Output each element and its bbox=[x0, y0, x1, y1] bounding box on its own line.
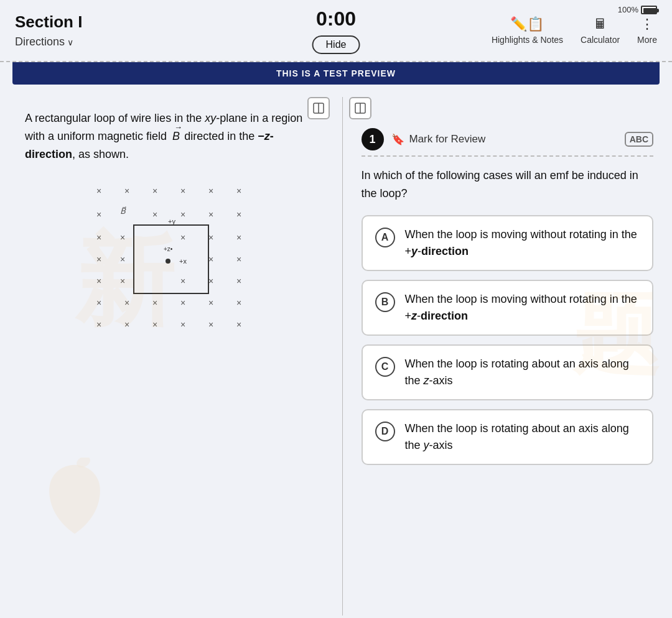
battery-fill bbox=[643, 8, 657, 13]
svg-text:×: × bbox=[208, 254, 213, 264]
svg-text:×: × bbox=[120, 254, 125, 264]
svg-text:×: × bbox=[236, 298, 241, 308]
svg-text:×: × bbox=[124, 320, 129, 330]
svg-text:×: × bbox=[180, 298, 185, 308]
calculator-label: Calculator bbox=[581, 35, 620, 45]
more-button[interactable]: ⋮ More bbox=[637, 16, 657, 45]
svg-text:×: × bbox=[236, 320, 241, 330]
passage-part1: A rectangular loop of wire lies in the x… bbox=[25, 112, 302, 160]
choice-text-a: When the loop is moving without rotating… bbox=[405, 226, 640, 260]
more-label: More bbox=[637, 35, 657, 45]
magnetic-field-diagram: × × × × × × × B⃗ × × × × × × +y bbox=[78, 175, 264, 349]
choice-letter-d: D bbox=[375, 422, 395, 441]
question-text: In which of the following cases will an … bbox=[362, 167, 654, 203]
answer-choice-a[interactable]: A When the loop is moving without rotati… bbox=[362, 215, 654, 271]
svg-point-23 bbox=[166, 259, 170, 264]
timer-display: 0:00 bbox=[316, 7, 356, 30]
svg-text:×: × bbox=[208, 320, 213, 330]
svg-text:×: × bbox=[180, 233, 185, 242]
svg-text:×: × bbox=[96, 210, 101, 219]
hide-button[interactable]: Hide bbox=[312, 35, 360, 54]
section-title: Section I bbox=[15, 12, 139, 32]
svg-text:×: × bbox=[96, 298, 101, 308]
banner-text: THIS IS A TEST PREVIEW bbox=[276, 68, 396, 78]
question-header: 1 🔖 Mark for Review ABC bbox=[362, 128, 654, 157]
answer-choice-b[interactable]: B When the loop is moving without rotati… bbox=[362, 280, 654, 336]
choice-text-d: When the loop is rotating about an axis … bbox=[405, 420, 640, 454]
choice-letter-b: B bbox=[375, 292, 395, 312]
svg-text:×: × bbox=[96, 320, 101, 330]
svg-text:×: × bbox=[120, 233, 125, 242]
battery-info: 100% bbox=[618, 5, 657, 14]
header: Section I Directions ∨ 0:00 Hide ✏️📋 Hig… bbox=[0, 0, 672, 62]
svg-text:+x: +x bbox=[179, 257, 187, 265]
svg-text:×: × bbox=[180, 186, 185, 196]
svg-text:×: × bbox=[236, 276, 241, 286]
svg-text:×: × bbox=[180, 276, 185, 286]
question-number-area: 1 🔖 Mark for Review bbox=[362, 128, 486, 150]
right-panel: 1 🔖 Mark for Review ABC In which of the … bbox=[343, 91, 673, 618]
svg-text:×: × bbox=[120, 276, 125, 286]
expand-right-button[interactable] bbox=[349, 97, 371, 119]
svg-text:×: × bbox=[152, 298, 157, 308]
svg-text:×: × bbox=[124, 186, 129, 196]
svg-text:×: × bbox=[96, 233, 101, 242]
answer-choice-d[interactable]: D When the loop is rotating about an axi… bbox=[362, 409, 654, 465]
choice-text-c: When the loop is rotating about an axis … bbox=[405, 356, 640, 389]
svg-text:×: × bbox=[152, 186, 157, 196]
more-icon: ⋮ bbox=[640, 16, 654, 32]
svg-text:×: × bbox=[236, 233, 241, 242]
svg-text:×: × bbox=[96, 254, 101, 264]
left-panel: A rectangular loop of wire lies in the x… bbox=[0, 91, 342, 618]
svg-text:×: × bbox=[152, 320, 157, 330]
battery-percent: 100% bbox=[618, 5, 638, 14]
expand-left-button[interactable] bbox=[307, 97, 330, 119]
svg-text:×: × bbox=[124, 298, 129, 308]
battery-icon bbox=[641, 6, 657, 14]
svg-text:×: × bbox=[96, 186, 101, 196]
svg-text:×: × bbox=[208, 233, 213, 242]
answer-choice-c[interactable]: C When the loop is rotating about an axi… bbox=[362, 344, 654, 400]
svg-text:+y: +y bbox=[168, 218, 175, 225]
main-content: A rectangular loop of wire lies in the x… bbox=[0, 91, 672, 618]
svg-point-45 bbox=[75, 458, 92, 470]
svg-text:×: × bbox=[208, 298, 213, 308]
svg-text:B⃗: B⃗ bbox=[120, 206, 126, 216]
header-right: ✏️📋 Highlights & Notes 🖩 Calculator ⋮ Mo… bbox=[492, 16, 657, 45]
svg-text:×: × bbox=[208, 276, 213, 286]
abc-badge: ABC bbox=[625, 132, 653, 147]
directions-button[interactable]: Directions ∨ bbox=[15, 35, 139, 48]
svg-text:×: × bbox=[152, 210, 157, 219]
svg-rect-14 bbox=[134, 225, 208, 293]
svg-text:×: × bbox=[208, 210, 213, 219]
choice-letter-a: A bbox=[375, 228, 395, 247]
svg-text:×: × bbox=[208, 186, 213, 196]
svg-text:+z•: +z• bbox=[164, 246, 173, 252]
calculator-icon: 🖩 bbox=[594, 16, 607, 32]
svg-text:×: × bbox=[236, 186, 241, 196]
highlights-notes-button[interactable]: ✏️📋 Highlights & Notes bbox=[492, 16, 563, 45]
choice-text-b: When the loop is moving without rotating… bbox=[405, 291, 640, 325]
header-center: 0:00 Hide bbox=[312, 7, 360, 54]
chevron-down-icon: ∨ bbox=[67, 37, 73, 47]
svg-text:×: × bbox=[96, 276, 101, 286]
svg-text:×: × bbox=[236, 254, 241, 264]
calculator-button[interactable]: 🖩 Calculator bbox=[581, 16, 620, 45]
svg-text:×: × bbox=[180, 320, 185, 330]
mark-for-review-label: Mark for Review bbox=[409, 133, 486, 145]
header-left: Section I Directions ∨ bbox=[15, 12, 139, 48]
passage-text: A rectangular loop of wire lies in the x… bbox=[25, 109, 317, 163]
mark-for-review-button[interactable]: 🔖 Mark for Review bbox=[391, 133, 486, 146]
diagram-container: × × × × × × × B⃗ × × × × × × +y bbox=[25, 175, 317, 349]
highlights-notes-icon: ✏️📋 bbox=[510, 16, 544, 32]
directions-label: Directions bbox=[15, 35, 65, 48]
svg-text:×: × bbox=[180, 210, 185, 219]
choice-letter-c: C bbox=[375, 357, 395, 377]
svg-text:×: × bbox=[236, 210, 241, 219]
question-number-badge: 1 bbox=[362, 128, 384, 150]
test-preview-banner: THIS IS A TEST PREVIEW bbox=[12, 62, 660, 85]
highlights-notes-label: Highlights & Notes bbox=[492, 35, 563, 45]
bookmark-icon: 🔖 bbox=[391, 133, 404, 146]
